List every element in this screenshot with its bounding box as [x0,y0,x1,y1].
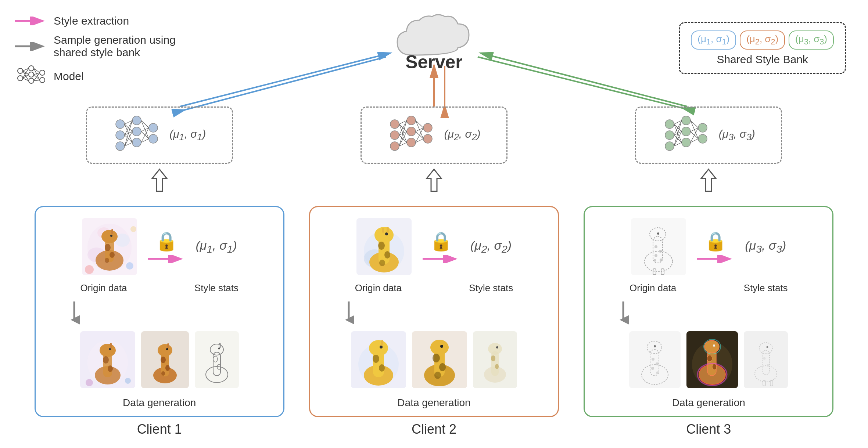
svg-point-27 [149,123,158,132]
style-bank: (μ1, σ1) (μ2, σ2) (μ3, σ3) Shared Style … [679,22,846,74]
client-2-formula: (μ2, σ2) [470,238,512,255]
legend-model: Model [15,65,176,87]
svg-point-120 [86,379,93,386]
svg-point-168 [434,372,441,379]
client-2-style-label: Style stats [469,282,513,294]
giraffe-2-img [356,218,412,275]
giraffe-1-img [82,218,137,275]
upload-arrow-1 [148,167,171,193]
svg-point-145 [378,242,385,250]
nn-graphic-1 [113,115,161,155]
client-2-origin-label: Origin data [355,282,402,294]
client-1-style-label: Style stats [194,282,238,294]
svg-point-8 [40,77,45,83]
svg-point-196 [656,362,659,365]
client-1-data-gen-label: Data generation [123,397,196,409]
svg-point-26 [132,138,141,147]
client-2-top: 🔒 (μ2, σ2) [321,218,547,275]
down-arrow-2 [343,300,354,325]
svg-point-50 [407,138,416,147]
svg-point-206 [712,364,717,370]
svg-point-4 [29,66,34,71]
svg-line-38 [141,120,149,128]
svg-rect-172 [491,351,499,376]
client-2-box: 🔒 (μ2, σ2) Origin data [309,206,559,417]
svg-point-70 [665,131,674,140]
gen-giraffe-2b [412,331,467,388]
svg-point-209 [713,344,715,347]
svg-point-169 [440,345,443,348]
svg-rect-130 [167,343,169,348]
svg-rect-119 [110,343,112,348]
svg-point-204 [704,340,719,353]
style-bank-label: Shared Style Bank [691,53,834,66]
svg-point-195 [652,358,654,361]
svg-point-126 [161,357,166,363]
svg-rect-131 [195,331,239,388]
upload-arrow-2 [423,167,445,193]
svg-point-74 [682,138,691,147]
svg-point-188 [657,232,659,235]
svg-point-46 [390,131,399,140]
style-extraction-label: Style extraction [54,15,129,27]
style-bank-formulas: (μ1, σ1) (μ2, σ2) (μ3, σ3) [691,30,834,50]
formula-badge-1: (μ1, σ1) [691,30,736,50]
svg-point-175 [495,364,499,369]
client-3-data-gen-label: Data generation [672,397,745,409]
svg-point-73 [682,127,691,136]
gen-giraffe-1c [195,331,239,388]
svg-point-127 [165,365,170,371]
svg-point-125 [158,344,172,357]
svg-marker-92 [701,169,716,191]
svg-point-148 [385,232,388,235]
client-2-generated [351,331,517,388]
svg-point-167 [439,363,446,371]
svg-point-100 [101,230,118,243]
svg-point-184 [660,259,663,261]
svg-point-6 [29,78,34,83]
svg-point-5 [29,72,34,77]
gen-giraffe-2c [473,331,517,388]
clients-row: 🔒 (μ1, σ1) [0,206,868,437]
gen-giraffe-1a [80,331,135,388]
gen-giraffe-3a [629,331,681,388]
pink-arrow-3 [697,255,734,263]
svg-point-103 [105,258,109,263]
svg-line-86 [691,120,698,128]
client-1-formula: (μ1, σ1) [196,238,237,255]
nn-graphic-2 [387,115,435,155]
nn-formula-2: (μ2, σ2) [444,128,480,142]
svg-point-115 [100,344,116,357]
svg-point-158 [373,355,379,363]
svg-point-199 [654,345,656,347]
diagram: Style extraction Sample generation using… [0,0,868,448]
lock-icon-3: 🔒 [704,231,727,252]
svg-point-165 [430,340,449,355]
svg-marker-68 [427,169,441,191]
svg-point-174 [491,355,495,361]
svg-point-102 [110,252,115,258]
svg-point-146 [384,251,390,259]
client-1-origin-label: Origin data [80,282,127,294]
client-3-top: 🔒 (μ3, σ3) [596,218,821,275]
svg-rect-105 [111,229,113,234]
svg-point-215 [767,364,770,367]
svg-point-183 [654,254,657,257]
lock-icon-2: 🔒 [430,231,452,252]
svg-point-45 [390,120,399,129]
svg-point-173 [488,343,502,355]
nn-box-1: (μ1, σ1) [86,106,233,164]
svg-point-176 [496,346,498,348]
svg-rect-150 [382,228,384,233]
arrow-server-to-client1 [184,57,386,110]
client-3-style-label: Style stats [744,282,788,294]
gen-giraffe-2a [351,331,406,388]
neural-net-row: (μ1, σ1) [0,106,868,193]
client-2-name: Client 2 [412,422,456,437]
svg-point-157 [369,340,388,356]
svg-point-72 [682,116,691,125]
pink-arrow-icon [15,17,48,25]
svg-marker-44 [152,169,167,191]
svg-point-69 [665,120,674,129]
client-3-wrapper: 🔒 (μ3, σ3) Origin data [584,206,833,437]
